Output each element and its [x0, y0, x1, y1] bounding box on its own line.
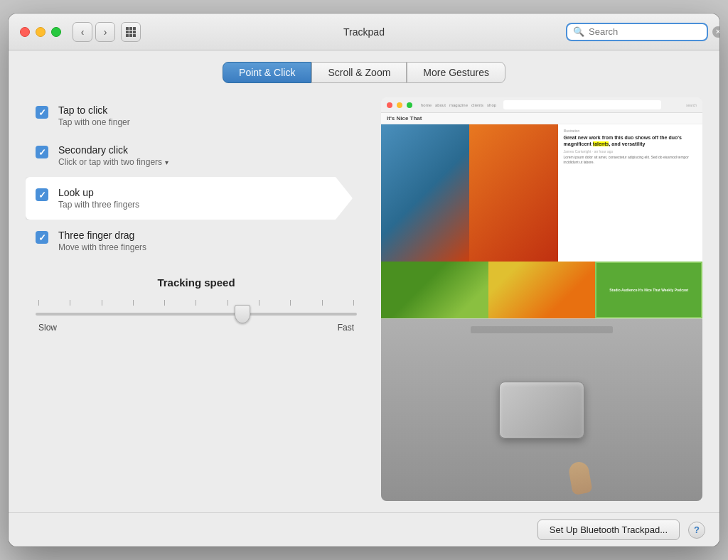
- secondary-click-text: Secondary click Click or tap with two fi…: [58, 144, 168, 167]
- main-content: ✓ Tap to click Tap with one finger ✓ Sec…: [26, 97, 702, 501]
- hero-body-text: Lorem ipsum dolor sit amet, consectetur …: [564, 155, 697, 165]
- hero-category: Illustration: [564, 129, 697, 133]
- podcast-card: Studio Audience It's Nice That Weekly Po…: [595, 262, 702, 318]
- look-up-text: Look up Tap with three fingers: [58, 187, 139, 210]
- traffic-lights: [20, 27, 61, 37]
- secondary-click-subtitle: Click or tap with two fingers ▾: [58, 157, 168, 167]
- checkmark-icon: ✓: [38, 233, 46, 242]
- website-nav: It's Nice That: [381, 113, 702, 124]
- three-finger-drag-subtitle: Move with three fingers: [58, 242, 146, 252]
- nav-buttons: ‹ ›: [73, 22, 115, 42]
- content: Point & Click Scroll & Zoom More Gesture…: [9, 50, 719, 512]
- secondary-click-title: Secondary click: [58, 144, 168, 156]
- grid-icon: [126, 27, 136, 37]
- search-clear-button[interactable]: ✕: [712, 26, 719, 38]
- tabs: Point & Click Scroll & Zoom More Gesture…: [26, 62, 702, 83]
- three-finger-drag-text: Three finger drag Move with three finger…: [58, 230, 146, 252]
- option-secondary-click: ✓ Secondary click Click or tap with two …: [26, 137, 367, 174]
- help-button[interactable]: ?: [688, 522, 705, 539]
- checkmark-icon: ✓: [38, 190, 46, 200]
- browser-search: search: [668, 103, 697, 107]
- option-look-up: ✓ Look up Tap with three fingers: [26, 177, 353, 220]
- window-title: Trackpad: [343, 26, 385, 38]
- look-up-checkbox[interactable]: ✓: [36, 188, 48, 201]
- website-content-area: Illustration Great new work from this du…: [381, 124, 702, 262]
- hero-byline: James Cartwright · an hour ago: [564, 149, 697, 154]
- checkmark-icon: ✓: [38, 108, 46, 117]
- tab-more-gestures[interactable]: More Gestures: [407, 62, 505, 83]
- minimize-button[interactable]: [36, 27, 46, 37]
- back-button[interactable]: ‹: [73, 22, 92, 42]
- browser-minimize-dot: [397, 102, 402, 108]
- tracking-speed-title: Tracking speed: [36, 276, 357, 289]
- tap-to-click-subtitle: Tap with one finger: [58, 117, 130, 127]
- window: ‹ › Trackpad 🔍 ✕ Point & Click Scroll & …: [9, 14, 719, 546]
- website-grid: Studio Audience It's Nice That Weekly Po…: [381, 262, 702, 318]
- search-input[interactable]: [589, 26, 708, 37]
- preview-mockup: home about magazine clients shop search …: [381, 97, 702, 501]
- slider-slow-label: Slow: [38, 323, 57, 333]
- hero-headline: Great new work from this duo shows off t…: [564, 134, 697, 147]
- look-up-subtitle: Tap with three fingers: [58, 200, 139, 210]
- browser-maximize-dot: [407, 102, 412, 108]
- tap-to-click-checkbox[interactable]: ✓: [36, 106, 48, 119]
- search-icon: 🔍: [573, 26, 584, 37]
- left-panel: ✓ Tap to click Tap with one finger ✓ Sec…: [26, 97, 367, 501]
- finger-icon: [567, 461, 592, 495]
- close-button[interactable]: [20, 27, 30, 37]
- browser-close-dot: [387, 102, 392, 108]
- hero-image-left: [381, 124, 469, 262]
- hero-text: Illustration Great new work from this du…: [558, 124, 702, 262]
- back-icon: ‹: [81, 26, 85, 38]
- search-bar: 🔍 ✕: [566, 23, 708, 41]
- tap-to-click-text: Tap to click Tap with one finger: [58, 104, 130, 127]
- device-top-edge: [471, 326, 613, 333]
- tracking-speed-section: Tracking speed: [26, 276, 367, 333]
- bluetooth-trackpad-button[interactable]: Set Up Bluetooth Trackpad...: [537, 519, 680, 540]
- site-logo: It's Nice That: [387, 115, 422, 122]
- tracking-speed-slider[interactable]: [36, 313, 357, 316]
- tab-scroll-zoom[interactable]: Scroll & Zoom: [311, 62, 407, 83]
- three-finger-drag-checkbox[interactable]: ✓: [36, 231, 48, 244]
- slider-fast-label: Fast: [338, 323, 354, 333]
- forward-icon: ›: [104, 26, 107, 38]
- grid-image-3: Studio Audience It's Nice That Weekly Po…: [595, 262, 702, 318]
- option-three-finger-drag: ✓ Three finger drag Move with three fing…: [26, 222, 367, 259]
- slider-container: Slow Fast: [36, 300, 357, 333]
- right-panel: home about magazine clients shop search …: [381, 97, 702, 501]
- browser-tabs: home about magazine clients shop: [421, 103, 496, 107]
- titlebar: ‹ › Trackpad 🔍 ✕: [9, 14, 719, 50]
- three-finger-drag-title: Three finger drag: [58, 230, 146, 241]
- tap-to-click-title: Tap to click: [58, 104, 130, 116]
- forward-button[interactable]: ›: [95, 22, 115, 42]
- grid-image-2: [488, 262, 596, 318]
- trackpad-surface: [499, 382, 584, 438]
- option-tap-to-click: ✓ Tap to click Tap with one finger: [26, 97, 367, 134]
- hero-image-right: [469, 124, 557, 262]
- maximize-button[interactable]: [51, 27, 61, 37]
- secondary-click-checkbox[interactable]: ✓: [36, 146, 48, 158]
- bottom-bar: Set Up Bluetooth Trackpad... ?: [9, 512, 719, 546]
- hero-images: [381, 124, 558, 262]
- highlight-word: talents: [593, 141, 609, 146]
- grid-image-1: [381, 262, 488, 318]
- website-bar: home about magazine clients shop search: [381, 97, 702, 113]
- dropdown-arrow-icon[interactable]: ▾: [165, 158, 168, 166]
- slider-labels: Slow Fast: [36, 323, 357, 333]
- website-preview: home about magazine clients shop search …: [381, 97, 702, 319]
- checkmark-icon: ✓: [38, 148, 46, 157]
- browser-url-bar: [503, 100, 661, 109]
- tab-point-click[interactable]: Point & Click: [223, 62, 311, 83]
- trackpad-photo: [381, 319, 702, 501]
- look-up-title: Look up: [58, 187, 139, 198]
- grid-view-button[interactable]: [121, 22, 141, 42]
